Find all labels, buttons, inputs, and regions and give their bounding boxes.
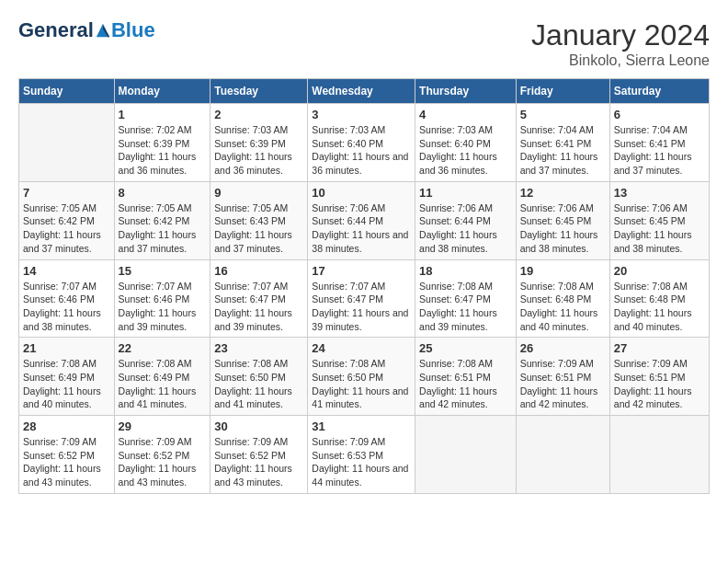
- day-info: Sunrise: 7:09 AMSunset: 6:52 PMDaylight:…: [214, 435, 303, 489]
- day-cell-16: 16Sunrise: 7:07 AMSunset: 6:47 PMDayligh…: [210, 259, 308, 338]
- day-number: 2: [214, 108, 303, 121]
- day-cell-19: 19Sunrise: 7:08 AMSunset: 6:48 PMDayligh…: [516, 259, 609, 338]
- day-number: 10: [312, 186, 411, 200]
- day-info: Sunrise: 7:04 AMSunset: 6:41 PMDaylight:…: [614, 123, 705, 178]
- day-cell-7: 7Sunrise: 7:05 AMSunset: 6:42 PMDaylight…: [19, 181, 115, 259]
- day-number: 15: [119, 264, 207, 278]
- day-info: Sunrise: 7:09 AMSunset: 6:52 PMDaylight:…: [119, 435, 207, 489]
- title-block: January 2024 Binkolo, Sierra Leone: [531, 18, 710, 69]
- day-header-sunday: Sunday: [19, 79, 115, 104]
- day-cell-30: 30Sunrise: 7:09 AMSunset: 6:52 PMDayligh…: [210, 416, 308, 494]
- day-number: 12: [520, 186, 606, 200]
- day-number: 4: [419, 108, 512, 121]
- day-info: Sunrise: 7:06 AMSunset: 6:45 PMDaylight:…: [614, 201, 705, 256]
- day-number: 7: [23, 186, 110, 200]
- day-cell-11: 11Sunrise: 7:06 AMSunset: 6:44 PMDayligh…: [415, 181, 517, 259]
- day-number: 1: [119, 108, 207, 121]
- week-row-5: 28Sunrise: 7:09 AMSunset: 6:52 PMDayligh…: [19, 416, 710, 494]
- day-info: Sunrise: 7:08 AMSunset: 6:48 PMDaylight:…: [614, 280, 705, 334]
- day-number: 18: [419, 264, 512, 278]
- day-cell-15: 15Sunrise: 7:07 AMSunset: 6:46 PMDayligh…: [114, 259, 210, 338]
- day-info: Sunrise: 7:03 AMSunset: 6:40 PMDaylight:…: [312, 123, 411, 178]
- day-info: Sunrise: 7:07 AMSunset: 6:47 PMDaylight:…: [214, 280, 303, 334]
- calendar-subtitle: Binkolo, Sierra Leone: [531, 52, 710, 69]
- day-cell-12: 12Sunrise: 7:06 AMSunset: 6:45 PMDayligh…: [516, 181, 609, 259]
- day-number: 20: [614, 264, 705, 278]
- day-info: Sunrise: 7:06 AMSunset: 6:45 PMDaylight:…: [520, 201, 606, 256]
- page-header: General Blue January 2024 Binkolo, Sierr…: [18, 18, 710, 69]
- day-info: Sunrise: 7:03 AMSunset: 6:39 PMDaylight:…: [214, 123, 303, 178]
- day-cell-27: 27Sunrise: 7:09 AMSunset: 6:51 PMDayligh…: [609, 338, 709, 416]
- day-number: 17: [312, 264, 411, 278]
- day-cell-10: 10Sunrise: 7:06 AMSunset: 6:44 PMDayligh…: [308, 181, 415, 259]
- day-number: 26: [520, 341, 606, 355]
- day-header-monday: Monday: [114, 79, 210, 104]
- day-number: 30: [214, 419, 303, 433]
- day-info: Sunrise: 7:05 AMSunset: 6:42 PMDaylight:…: [119, 201, 207, 256]
- day-header-saturday: Saturday: [609, 79, 709, 104]
- empty-cell: [516, 416, 609, 494]
- header-row: SundayMondayTuesdayWednesdayThursdayFrid…: [19, 79, 710, 104]
- day-cell-20: 20Sunrise: 7:08 AMSunset: 6:48 PMDayligh…: [609, 259, 709, 338]
- day-cell-9: 9Sunrise: 7:05 AMSunset: 6:43 PMDaylight…: [210, 181, 308, 259]
- day-cell-23: 23Sunrise: 7:08 AMSunset: 6:50 PMDayligh…: [210, 338, 308, 416]
- day-number: 27: [614, 341, 705, 355]
- day-cell-4: 4Sunrise: 7:03 AMSunset: 6:40 PMDaylight…: [415, 104, 517, 182]
- day-info: Sunrise: 7:08 AMSunset: 6:49 PMDaylight:…: [23, 357, 110, 411]
- day-cell-6: 6Sunrise: 7:04 AMSunset: 6:41 PMDaylight…: [609, 104, 709, 182]
- week-row-2: 7Sunrise: 7:05 AMSunset: 6:42 PMDaylight…: [19, 181, 710, 259]
- day-info: Sunrise: 7:09 AMSunset: 6:51 PMDaylight:…: [520, 357, 606, 411]
- day-number: 24: [312, 341, 411, 355]
- day-cell-1: 1Sunrise: 7:02 AMSunset: 6:39 PMDaylight…: [114, 104, 210, 182]
- day-info: Sunrise: 7:04 AMSunset: 6:41 PMDaylight:…: [520, 123, 606, 178]
- day-number: 11: [419, 186, 512, 200]
- day-number: 19: [520, 264, 606, 278]
- calendar-title: January 2024: [531, 18, 710, 52]
- day-info: Sunrise: 7:08 AMSunset: 6:50 PMDaylight:…: [214, 357, 303, 411]
- day-number: 31: [312, 419, 411, 433]
- week-row-1: 1Sunrise: 7:02 AMSunset: 6:39 PMDaylight…: [19, 104, 710, 182]
- day-header-friday: Friday: [516, 79, 609, 104]
- day-number: 25: [419, 341, 512, 355]
- day-header-wednesday: Wednesday: [308, 79, 415, 104]
- day-info: Sunrise: 7:08 AMSunset: 6:50 PMDaylight:…: [312, 357, 411, 411]
- day-info: Sunrise: 7:07 AMSunset: 6:47 PMDaylight:…: [312, 280, 411, 334]
- day-cell-17: 17Sunrise: 7:07 AMSunset: 6:47 PMDayligh…: [308, 259, 415, 338]
- day-header-tuesday: Tuesday: [210, 79, 308, 104]
- day-number: 21: [23, 341, 110, 355]
- day-info: Sunrise: 7:06 AMSunset: 6:44 PMDaylight:…: [312, 201, 411, 256]
- day-cell-21: 21Sunrise: 7:08 AMSunset: 6:49 PMDayligh…: [19, 338, 115, 416]
- logo: General Blue: [18, 18, 155, 42]
- day-cell-14: 14Sunrise: 7:07 AMSunset: 6:46 PMDayligh…: [19, 259, 115, 338]
- day-cell-24: 24Sunrise: 7:08 AMSunset: 6:50 PMDayligh…: [308, 338, 415, 416]
- day-cell-18: 18Sunrise: 7:08 AMSunset: 6:47 PMDayligh…: [415, 259, 517, 338]
- day-number: 29: [119, 419, 207, 433]
- day-cell-3: 3Sunrise: 7:03 AMSunset: 6:40 PMDaylight…: [308, 104, 415, 182]
- logo-general: General: [18, 18, 94, 42]
- day-number: 13: [614, 186, 705, 200]
- day-number: 16: [214, 264, 303, 278]
- day-number: 6: [614, 108, 705, 121]
- day-number: 5: [520, 108, 606, 121]
- day-cell-28: 28Sunrise: 7:09 AMSunset: 6:52 PMDayligh…: [19, 416, 115, 494]
- day-info: Sunrise: 7:08 AMSunset: 6:49 PMDaylight:…: [119, 357, 207, 411]
- day-cell-13: 13Sunrise: 7:06 AMSunset: 6:45 PMDayligh…: [609, 181, 709, 259]
- day-info: Sunrise: 7:09 AMSunset: 6:51 PMDaylight:…: [614, 357, 705, 411]
- day-info: Sunrise: 7:08 AMSunset: 6:48 PMDaylight:…: [520, 280, 606, 334]
- logo-blue: Blue: [111, 18, 155, 42]
- empty-cell: [19, 104, 115, 182]
- day-info: Sunrise: 7:05 AMSunset: 6:43 PMDaylight:…: [214, 201, 303, 256]
- day-info: Sunrise: 7:09 AMSunset: 6:52 PMDaylight:…: [23, 435, 110, 489]
- day-number: 8: [119, 186, 207, 200]
- day-header-thursday: Thursday: [415, 79, 517, 104]
- day-cell-26: 26Sunrise: 7:09 AMSunset: 6:51 PMDayligh…: [516, 338, 609, 416]
- day-number: 23: [214, 341, 303, 355]
- day-info: Sunrise: 7:09 AMSunset: 6:53 PMDaylight:…: [312, 435, 411, 489]
- day-cell-29: 29Sunrise: 7:09 AMSunset: 6:52 PMDayligh…: [114, 416, 210, 494]
- day-cell-25: 25Sunrise: 7:08 AMSunset: 6:51 PMDayligh…: [415, 338, 517, 416]
- day-info: Sunrise: 7:08 AMSunset: 6:51 PMDaylight:…: [419, 357, 512, 411]
- day-info: Sunrise: 7:06 AMSunset: 6:44 PMDaylight:…: [419, 201, 512, 256]
- day-number: 28: [23, 419, 110, 433]
- day-number: 3: [312, 108, 411, 121]
- day-number: 14: [23, 264, 110, 278]
